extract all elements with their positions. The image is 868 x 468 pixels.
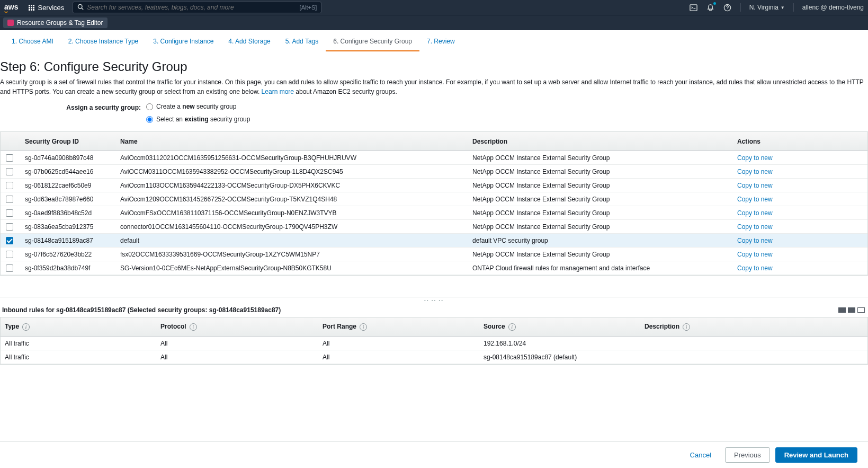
copy-to-new-link[interactable]: Copy to new (737, 168, 773, 175)
copy-to-new-link[interactable]: Copy to new (737, 196, 773, 203)
copy-to-new-link[interactable]: Copy to new (737, 154, 773, 162)
search-icon (77, 4, 84, 12)
radio-select-existing[interactable]: Select an existing security group (146, 116, 250, 123)
inbound-rules-table: Typei Protocoli Port Rangei Sourcei Desc… (0, 317, 868, 365)
global-search[interactable]: [Alt+S] (73, 2, 321, 13)
resource-groups-chip[interactable]: Resource Groups & Tag Editor (3, 17, 108, 28)
sg-header-desc[interactable]: Description (472, 138, 732, 145)
svg-rect-2 (690, 4, 697, 10)
rules-table-header: Typei Protocoli Port Rangei Sourcei Desc… (1, 317, 867, 337)
copy-to-new-link[interactable]: Copy to new (737, 223, 773, 231)
view-icon-2[interactable] (848, 307, 855, 313)
view-icon-3[interactable] (857, 307, 865, 313)
rules-hdr-port[interactable]: Port Range (323, 323, 356, 330)
resource-groups-label: Resource Groups & Tag Editor (17, 19, 103, 27)
page-description: A security group is a set of firewall ru… (0, 77, 868, 102)
sg-name: AviOccm03112021OCCM1635951256631-OCCMSec… (120, 154, 472, 162)
info-icon[interactable]: i (22, 323, 30, 331)
services-menu[interactable]: Services (24, 2, 68, 14)
sg-checkbox[interactable] (6, 237, 13, 244)
radio-create-new[interactable]: Create a new security group (146, 103, 250, 110)
sg-checkbox[interactable] (6, 264, 13, 272)
sg-header-id[interactable]: Security Group ID (19, 138, 120, 145)
copy-to-new-link[interactable]: Copy to new (737, 264, 773, 272)
sg-row[interactable]: sg-08148ca915189ac87defaultdefault VPC s… (1, 234, 867, 248)
wizard-step-3[interactable]: 3. Configure Instance (146, 34, 221, 51)
grid-icon (29, 5, 34, 11)
rules-hdr-source[interactable]: Source (484, 323, 505, 330)
wizard-step-7[interactable]: 7. Review (419, 34, 462, 51)
copy-to-new-link[interactable]: Copy to new (737, 237, 773, 244)
sg-row[interactable]: sg-07b0625cd544aee16AviOCCM0311OCCM16359… (1, 165, 867, 179)
rules-hdr-desc[interactable]: Description (645, 323, 679, 330)
sg-desc: NetApp OCCM Instance External Security G… (472, 209, 732, 217)
rule-protocol: All (160, 340, 323, 347)
sg-row[interactable]: sg-0d63ea8c78987e660AviOccm1209OCCM16314… (1, 192, 867, 206)
sg-desc: NetApp OCCM Instance External Security G… (472, 154, 732, 162)
info-icon[interactable]: i (683, 323, 690, 331)
rule-port: All (323, 340, 484, 347)
wizard-step-5[interactable]: 5. Add Tags (278, 34, 326, 51)
sg-row[interactable]: sg-083a6ea5cba912375connector01OCCM16314… (1, 220, 867, 234)
sg-id: sg-07b0625cd544aee16 (19, 168, 120, 175)
sg-checkbox[interactable] (6, 196, 13, 203)
wizard-step-2[interactable]: 2. Choose Instance Type (61, 34, 146, 51)
top-nav: aws ⌣ Services [Alt+S] N. Virginia ▼ all… (0, 0, 868, 15)
sg-id: sg-0d63ea8c78987e660 (19, 196, 120, 203)
region-selector[interactable]: N. Virginia ▼ (749, 4, 785, 11)
sg-checkbox[interactable] (6, 154, 13, 162)
sg-checkbox[interactable] (6, 168, 13, 175)
info-icon[interactable]: i (190, 323, 197, 331)
rule-port: All (323, 354, 484, 361)
copy-to-new-link[interactable]: Copy to new (737, 251, 773, 258)
sg-name: AviOccmFSxOCCM1638110371156-OCCMSecurity… (120, 209, 472, 217)
info-icon[interactable]: i (360, 323, 367, 331)
sg-table-header: Security Group ID Name Description Actio… (1, 132, 867, 151)
account-menu[interactable]: allenc @ demo-tlveng (802, 4, 864, 11)
rule-source: 192.168.1.0/24 (484, 340, 645, 347)
sg-id: sg-0618122caef6c50e9 (19, 182, 120, 189)
cloudshell-icon[interactable] (690, 3, 698, 12)
radio-create-new-input[interactable] (146, 103, 153, 110)
rules-hdr-type[interactable]: Type (5, 323, 19, 330)
sg-checkbox[interactable] (6, 209, 13, 217)
help-icon[interactable] (723, 3, 732, 12)
sg-id: sg-0aed9f8836b48c52d (19, 209, 120, 217)
assign-security-group-row: Assign a security group: Create a new se… (0, 102, 868, 131)
sg-checkbox[interactable] (6, 223, 13, 231)
pane-resize-grip[interactable]: •• •• •• (0, 297, 868, 303)
inbound-rules-header: Inbound rules for sg-08148ca915189ac87 (… (0, 303, 868, 317)
resource-groups-bar: Resource Groups & Tag Editor (0, 15, 868, 30)
rules-hdr-protocol[interactable]: Protocol (160, 323, 186, 330)
wizard-step-1[interactable]: 1. Choose AMI (4, 34, 61, 51)
search-input[interactable] (87, 4, 299, 11)
sg-id: sg-08148ca915189ac87 (19, 237, 120, 244)
sg-row[interactable]: sg-0d746a0908b897c48AviOccm03112021OCCM1… (1, 151, 867, 165)
copy-to-new-link[interactable]: Copy to new (737, 182, 773, 189)
info-icon[interactable]: i (508, 323, 516, 331)
rule-row: All trafficAllAllsg-08148ca915189ac87 (d… (1, 350, 867, 364)
sg-name: default (120, 237, 472, 244)
sg-desc: NetApp OCCM Instance External Security G… (472, 168, 732, 175)
sg-id: sg-083a6ea5cba912375 (19, 223, 120, 231)
learn-more-link[interactable]: Learn more (262, 88, 294, 95)
sg-desc: NetApp OCCM Instance External Security G… (472, 223, 732, 231)
sg-row[interactable]: sg-0aed9f8836b48c52dAviOccmFSxOCCM163811… (1, 206, 867, 220)
wizard-step-4[interactable]: 4. Add Storage (221, 34, 278, 51)
sg-checkbox[interactable] (6, 251, 13, 258)
notifications-icon[interactable] (706, 3, 715, 12)
sg-row[interactable]: sg-0618122caef6c50e9AviOccm1103OCCM16359… (1, 179, 867, 192)
sg-name: SG-Version10-0CEc6MEs-NetAppExternalSecu… (120, 264, 472, 272)
sg-row[interactable]: sg-07f6c527620e3bb22fsx02OCCM16333395316… (1, 248, 867, 261)
sg-name: AviOCCM0311OCCM1635943382952-OCCMSecurit… (120, 168, 472, 175)
wizard-steps: 1. Choose AMI2. Choose Instance Type3. C… (0, 30, 868, 52)
sg-checkbox[interactable] (6, 182, 13, 189)
view-icon-1[interactable] (838, 307, 846, 313)
copy-to-new-link[interactable]: Copy to new (737, 209, 773, 217)
caret-down-icon: ▼ (781, 5, 785, 10)
sg-header-name[interactable]: Name (120, 138, 472, 145)
radio-select-existing-input[interactable] (146, 116, 153, 123)
sg-header-actions: Actions (732, 138, 867, 145)
sg-row[interactable]: sg-0f359d2ba38db749fSG-Version10-0CEc6ME… (1, 261, 867, 275)
aws-logo[interactable]: aws ⌣ (4, 3, 18, 12)
